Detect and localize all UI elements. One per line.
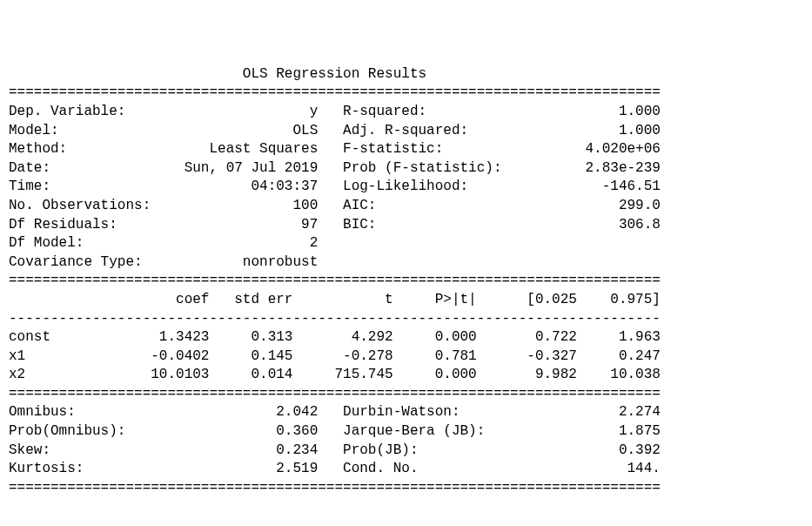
ols-regression-report: OLS Regression Results =================… xyxy=(9,65,661,498)
